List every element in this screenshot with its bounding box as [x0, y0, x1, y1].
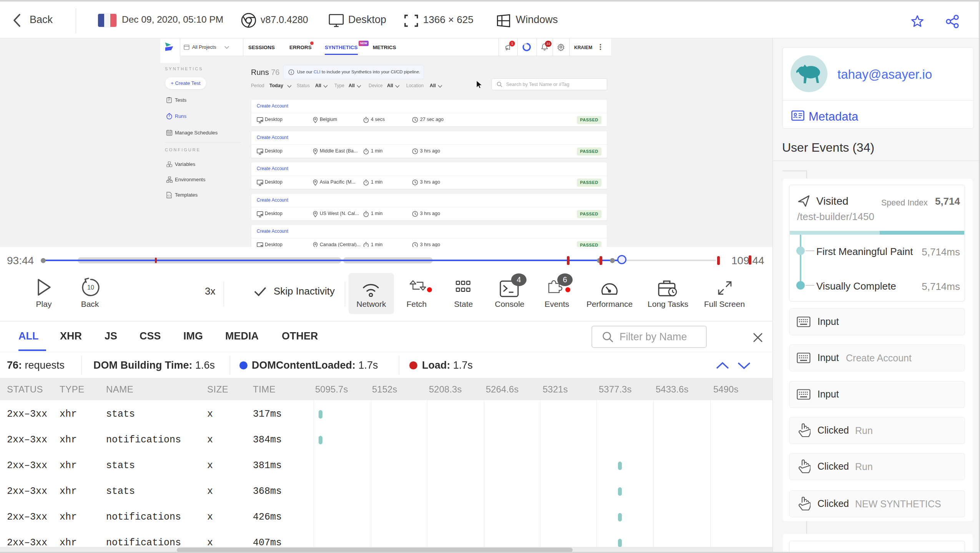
svg-text:10: 10 — [87, 284, 94, 291]
